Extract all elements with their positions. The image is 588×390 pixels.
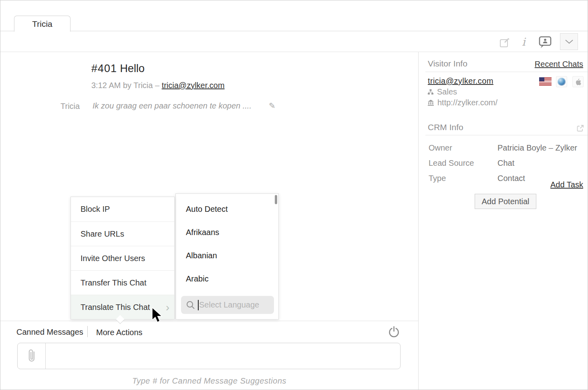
chat-number: #401 bbox=[91, 62, 117, 74]
language-search-field[interactable] bbox=[199, 300, 263, 310]
language-item-afrikaans[interactable]: Afrikaans bbox=[176, 224, 278, 241]
composer-divider bbox=[0, 321, 418, 321]
crm-info-title: CRM Info bbox=[428, 123, 463, 132]
sidebar: Visitor Info Recent Chats tricia@zylker.… bbox=[418, 52, 588, 390]
us-flag-icon bbox=[539, 77, 552, 86]
visitor-website-row: http://zylker.com/ bbox=[427, 98, 497, 107]
tab-label: Tricia bbox=[32, 19, 52, 29]
visitor-email-link[interactable]: tricia@zylker.com bbox=[162, 81, 225, 90]
message-sender: Tricia bbox=[60, 102, 80, 111]
external-link-icon[interactable] bbox=[576, 125, 584, 134]
compose-icon[interactable] bbox=[499, 37, 510, 50]
language-item-auto-detect[interactable]: Auto Detect bbox=[176, 201, 278, 217]
tab-tricia[interactable]: Tricia bbox=[14, 16, 70, 32]
feedback-icon[interactable] bbox=[539, 36, 552, 50]
info-icon[interactable]: i bbox=[522, 36, 526, 48]
chevron-right-icon: › bbox=[166, 295, 169, 320]
message-input-container bbox=[17, 343, 401, 369]
tab-strip-divider bbox=[0, 31, 588, 31]
text-caret bbox=[198, 300, 199, 310]
translate-language-submenu: Auto Detect Afrikaans Albanian Arabic bbox=[175, 193, 279, 320]
visitor-email[interactable]: tricia@zylker.com bbox=[428, 76, 493, 86]
chat-window: Tricia i #401 Hello 3:12 AM by Tricia – … bbox=[0, 0, 588, 390]
paperclip-icon bbox=[27, 348, 36, 364]
byline-prefix: 3:12 AM by Tricia – bbox=[91, 81, 162, 90]
menu-item-invite-other-users[interactable]: Invite Other Users bbox=[71, 246, 174, 270]
canned-suggestion-hint: Type # for Canned Message Suggestions bbox=[0, 376, 418, 386]
chevron-down-button[interactable] bbox=[560, 33, 578, 50]
crm-owner-label: Owner bbox=[429, 143, 452, 153]
composer-separator bbox=[87, 326, 88, 337]
attach-file-button[interactable] bbox=[18, 343, 46, 369]
visitor-department-row: Sales bbox=[427, 87, 457, 96]
more-actions-menu: Block IP Share URLs Invite Other Users T… bbox=[70, 197, 175, 320]
canned-messages-button[interactable]: Canned Messages bbox=[16, 328, 83, 337]
add-task-link[interactable]: Add Task bbox=[550, 180, 583, 189]
message-input[interactable] bbox=[46, 343, 400, 369]
menu-item-label: Translate This Chat bbox=[81, 303, 150, 312]
website-icon bbox=[427, 100, 434, 106]
apple-os-icon bbox=[572, 76, 584, 87]
flag-canton bbox=[539, 77, 544, 81]
language-item-albanian[interactable]: Albanian bbox=[176, 247, 278, 264]
browser-sphere bbox=[558, 78, 566, 86]
recent-chats-link[interactable]: Recent Chats bbox=[535, 60, 583, 69]
chat-byline: 3:12 AM by Tricia – tricia@zylker.com bbox=[91, 81, 225, 90]
end-chat-power-icon[interactable] bbox=[388, 326, 400, 340]
chat-subject: Hello bbox=[120, 62, 145, 74]
menu-item-share-urls[interactable]: Share URLs bbox=[71, 221, 174, 246]
crm-lead-source-value: Chat bbox=[497, 159, 514, 168]
crm-type-label: Type bbox=[429, 174, 446, 183]
visitor-website: http://zylker.com/ bbox=[437, 98, 497, 107]
visitor-info-divider bbox=[425, 72, 588, 72]
department-icon bbox=[427, 89, 434, 95]
message-text: Ik zou graag een paar schoenen te kopen … bbox=[93, 101, 252, 111]
language-item-arabic[interactable]: Arabic bbox=[176, 270, 278, 287]
crm-lead-source-label: Lead Source bbox=[429, 159, 474, 168]
mouse-cursor bbox=[150, 307, 164, 325]
crm-owner-value: Patricia Boyle – Zylker bbox=[497, 143, 577, 153]
visitor-info-title: Visitor Info bbox=[428, 59, 467, 68]
more-actions-button[interactable]: More Actions bbox=[96, 328, 143, 337]
edit-message-icon[interactable]: ✎ bbox=[269, 101, 276, 111]
visitor-department: Sales bbox=[437, 87, 457, 96]
chat-title: #401 Hello bbox=[91, 62, 145, 75]
menu-item-block-ip[interactable]: Block IP bbox=[71, 197, 174, 221]
add-potential-button[interactable]: Add Potential bbox=[475, 194, 536, 209]
search-icon bbox=[186, 300, 195, 310]
crm-type-value: Contact bbox=[497, 174, 525, 183]
menu-item-transfer-this-chat[interactable]: Transfer This Chat bbox=[71, 270, 174, 295]
crm-info-divider bbox=[425, 135, 588, 135]
language-search-input[interactable] bbox=[181, 296, 274, 314]
browser-icon bbox=[556, 76, 567, 87]
